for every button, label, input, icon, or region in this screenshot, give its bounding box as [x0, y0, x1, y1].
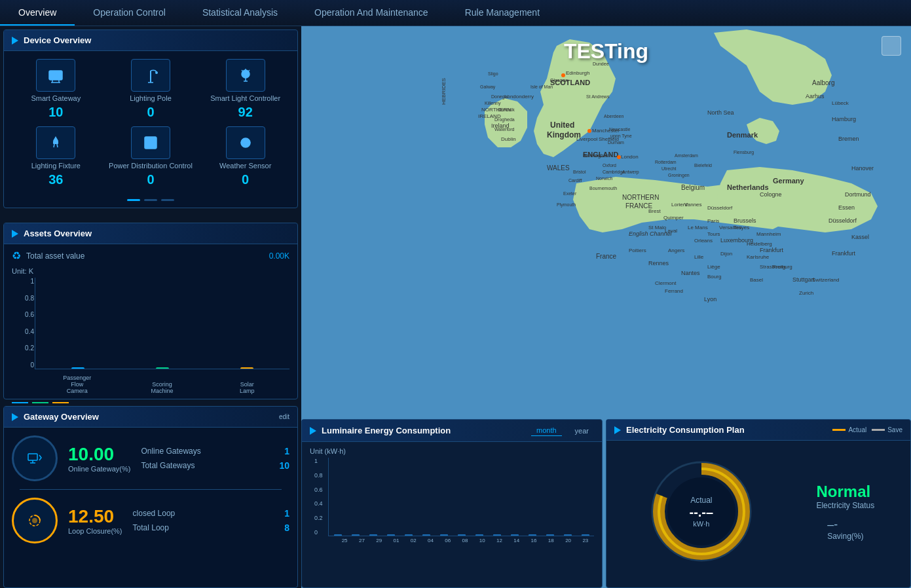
- gauge-actual-label: Actual: [689, 496, 713, 505]
- electricity-title: Electricity Consumption Plan: [626, 425, 745, 435]
- device-overview-header: Device Overview: [4, 30, 297, 51]
- svg-text:Drogheda: Drogheda: [494, 117, 515, 122]
- loop-label: Loop Closure(%): [68, 527, 122, 535]
- nav-rule-management[interactable]: Rule Management: [447, 0, 558, 26]
- svg-text:Quimper: Quimper: [663, 215, 684, 221]
- svg-text:Flensburg: Flensburg: [734, 150, 754, 155]
- header-arrow-icon-3: [12, 413, 18, 421]
- gateway-online-row: 10.00 Online Gateway(%) Online Gateways …: [12, 435, 289, 481]
- svg-text:Rotterdam: Rotterdam: [655, 160, 677, 164]
- total-loop-value: 8: [284, 523, 289, 533]
- nav-statistical-analysis[interactable]: Statistical Analysis: [184, 0, 296, 26]
- svg-text:Groningen: Groningen: [668, 173, 690, 178]
- assets-y-axis: 1 0.8 0.6 0.4 0.2 0: [17, 278, 34, 369]
- online-gateway-circle: [12, 435, 58, 481]
- svg-text:Ferrand: Ferrand: [665, 288, 683, 294]
- svg-point-141: [32, 518, 37, 523]
- loop-values: 12.50 Loop Closure(%): [68, 506, 122, 535]
- svg-text:Exeter: Exeter: [563, 191, 577, 196]
- assets-overview-panel: Assets Overview ♻ Total asset value 0.00…: [3, 223, 298, 399]
- svg-text:Cologne: Cologne: [760, 191, 782, 198]
- svg-text:Donegal: Donegal: [491, 94, 509, 100]
- svg-text:Dijon: Dijon: [720, 251, 732, 257]
- svg-text:Düsseldorf: Düsseldorf: [707, 205, 733, 211]
- weather-sensor-label: Weather Sensor: [219, 162, 271, 170]
- svg-point-120: [155, 71, 158, 74]
- bar-label-solar-text: SolarLamp: [240, 381, 255, 394]
- closed-loop-value: 1: [284, 508, 289, 519]
- smart-gateway-icon-box: [36, 59, 75, 92]
- svg-text:Dundalk: Dundalk: [498, 107, 515, 112]
- legend-save-color: [872, 429, 885, 431]
- svg-text:Bremen: Bremen: [838, 136, 859, 142]
- lum-tab-year[interactable]: year: [570, 426, 594, 436]
- svg-text:Laval: Laval: [665, 228, 677, 234]
- svg-text:Angers: Angers: [668, 248, 684, 253]
- assets-total-value: 0.00K: [269, 251, 289, 261]
- gateway-edit-label: edit: [279, 413, 289, 420]
- svg-text:Londonderry: Londonderry: [504, 94, 534, 100]
- device-item-smart-light-controller: Smart Light Controller 92: [201, 59, 289, 120]
- legend-actual-color: [832, 429, 846, 431]
- lum-bar-11: [506, 534, 523, 536]
- legend-save-label: Save: [887, 426, 902, 433]
- svg-text:Bielefeld: Bielefeld: [694, 163, 712, 168]
- svg-text:Freiburg: Freiburg: [773, 264, 792, 270]
- map-zoom-button[interactable]: [882, 36, 901, 56]
- electricity-status-label: Electricity Status: [816, 501, 874, 510]
- smart-gateway-value: 10: [48, 105, 63, 120]
- svg-text:Waterford: Waterford: [494, 127, 515, 132]
- svg-text:Liverpool: Liverpool: [576, 136, 598, 142]
- electricity-gauge: Actual --.-– kW·h: [642, 452, 760, 570]
- svg-text:Glasgow: Glasgow: [550, 78, 568, 83]
- lum-bar-2: [346, 534, 364, 536]
- legend-solar-color: [52, 402, 69, 403]
- lum-bar-13: [541, 534, 559, 536]
- gateway-divider: [20, 489, 282, 490]
- svg-text:France: France: [596, 253, 617, 260]
- svg-text:St Malo: St Malo: [648, 225, 667, 230]
- svg-text:Plymouth: Plymouth: [557, 202, 576, 208]
- svg-text:London: London: [621, 154, 639, 160]
- svg-text:Vannes: Vannes: [684, 202, 702, 208]
- bar-label-scoring: ScoringMachine: [120, 372, 205, 394]
- lum-tab-month[interactable]: month: [531, 425, 562, 436]
- header-arrow-icon-2: [12, 230, 18, 238]
- weather-sensor-value: 0: [242, 172, 249, 187]
- gateway-content: 10.00 Online Gateway(%) Online Gateways …: [4, 428, 297, 551]
- svg-text:Essen: Essen: [838, 204, 855, 211]
- lum-bar-5: [400, 534, 417, 536]
- lighting-fixture-value: 36: [48, 172, 63, 187]
- svg-text:Liège: Liège: [707, 264, 720, 270]
- header-arrow-icon-4: [310, 427, 316, 435]
- weather-sensor-icon-box: [226, 126, 265, 159]
- header-arrow-icon-5: [614, 426, 621, 434]
- svg-text:Newcastle: Newcastle: [609, 127, 630, 132]
- svg-text:Paris: Paris: [707, 218, 719, 224]
- svg-text:Lille: Lille: [694, 254, 704, 260]
- svg-text:Switzerland: Switzerland: [812, 277, 839, 283]
- electricity-panel: Electricity Consumption Plan Actual Save: [606, 419, 911, 588]
- svg-text:Aalborg: Aalborg: [812, 79, 834, 86]
- header-arrow-icon: [12, 37, 18, 45]
- lum-bar-8: [453, 534, 470, 536]
- nav-overview[interactable]: Overview: [0, 0, 75, 26]
- legend-passenger-color: [12, 402, 28, 403]
- device-item-weather-sensor: Weather Sensor 0: [201, 126, 289, 187]
- device-grid: Smart Gateway 10 Lighting Pole 0: [4, 51, 297, 195]
- nav-operation-control[interactable]: Operation Control: [75, 0, 184, 26]
- svg-text:Kassel: Kassel: [851, 234, 869, 240]
- electricity-status-group: Normal Electricity Status: [816, 483, 874, 510]
- svg-text:Durham: Durham: [608, 140, 624, 145]
- bar-label-solar: SolarLamp: [204, 372, 289, 394]
- svg-text:WALES: WALES: [547, 164, 570, 172]
- nav-operation-maintenance[interactable]: Operation And Maintenance: [296, 0, 447, 26]
- svg-text:Aarhus: Aarhus: [806, 93, 825, 100]
- svg-rect-137: [28, 454, 37, 460]
- svg-text:Hanover: Hanover: [851, 165, 874, 172]
- closed-loop-row: closed Loop 1: [133, 508, 289, 519]
- lighting-fixture-icon-box: [36, 126, 75, 159]
- svg-text:Antwerp: Antwerp: [622, 170, 639, 175]
- svg-text:Nantes: Nantes: [681, 270, 700, 276]
- svg-text:Brest: Brest: [648, 208, 661, 214]
